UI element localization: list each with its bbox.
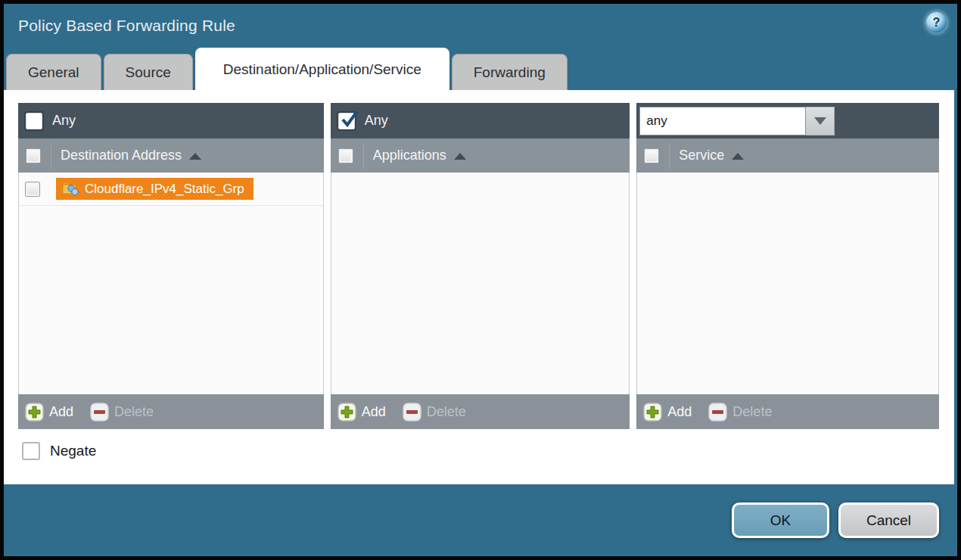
- tab-general[interactable]: General: [6, 54, 101, 90]
- delete-minus-icon: [90, 403, 109, 422]
- service-select-all-checkbox[interactable]: [644, 148, 659, 163]
- applications-list: [331, 173, 630, 394]
- destination-header-label: Destination Address: [61, 148, 182, 163]
- tab-destination-application-service[interactable]: Destination/Application/Service: [195, 48, 449, 90]
- sort-ascending-icon: [732, 153, 744, 160]
- sort-ascending-icon: [454, 153, 466, 160]
- applications-column: Any Applications: [331, 103, 630, 429]
- destination-toolbar: Add Delete: [18, 394, 324, 429]
- service-type-dropdown[interactable]: any: [639, 107, 835, 135]
- service-header-label: Service: [679, 148, 724, 163]
- service-column: any Service: [636, 103, 939, 429]
- destination-any-bar: Any: [18, 103, 324, 138]
- applications-any-checkbox[interactable]: [338, 113, 355, 129]
- applications-any-bar: Any: [331, 103, 630, 138]
- destination-any-label: Any: [52, 113, 76, 129]
- destination-address-column: Any Destination Address: [18, 103, 324, 429]
- tab-content-panel: Any Destination Address: [4, 90, 954, 484]
- destination-select-all-checkbox[interactable]: [26, 148, 41, 163]
- applications-select-all-checkbox[interactable]: [338, 148, 353, 163]
- policy-based-forwarding-dialog: Policy Based Forwarding Rule ? General S…: [0, 0, 961, 560]
- add-plus-icon: [643, 403, 662, 422]
- dialog-titlebar: Policy Based Forwarding Rule ?: [4, 4, 957, 48]
- destination-any-checkbox[interactable]: [26, 113, 42, 129]
- destination-list-item[interactable]: Cloudflare_IPv4_Static_Grp: [19, 173, 323, 206]
- negate-label: Negate: [50, 443, 96, 459]
- applications-delete-button: Delete: [403, 403, 466, 422]
- service-add-button[interactable]: Add: [643, 403, 692, 422]
- tab-source[interactable]: Source: [104, 54, 193, 90]
- service-delete-button: Delete: [708, 403, 772, 422]
- applications-add-button[interactable]: Add: [337, 403, 386, 422]
- destination-item-checkbox[interactable]: [25, 182, 40, 197]
- tab-forwarding[interactable]: Forwarding: [452, 54, 568, 90]
- ok-button[interactable]: OK: [732, 502, 829, 538]
- destination-item-name: Cloudflare_IPv4_Static_Grp: [85, 182, 244, 197]
- tab-bar: General Source Destination/Application/S…: [4, 48, 957, 90]
- help-icon[interactable]: ?: [926, 12, 947, 33]
- applications-any-label: Any: [365, 113, 388, 129]
- destination-item-selection[interactable]: Cloudflare_IPv4_Static_Grp: [56, 178, 253, 200]
- service-type-value[interactable]: any: [639, 107, 806, 135]
- destination-add-button[interactable]: Add: [25, 403, 73, 422]
- dialog-footer: OK Cancel: [4, 484, 957, 556]
- service-column-header[interactable]: Service: [636, 138, 939, 173]
- dropdown-button[interactable]: [806, 107, 835, 135]
- applications-header-label: Applications: [373, 148, 446, 163]
- address-group-icon: [62, 182, 79, 196]
- destination-column-header[interactable]: Destination Address: [18, 138, 324, 173]
- service-toolbar: Add Delete: [636, 394, 939, 429]
- add-plus-icon: [25, 403, 44, 422]
- cancel-button[interactable]: Cancel: [838, 502, 939, 538]
- delete-minus-icon: [708, 403, 727, 422]
- applications-column-header[interactable]: Applications: [331, 138, 630, 173]
- chevron-down-icon: [814, 117, 826, 125]
- negate-checkbox[interactable]: [22, 442, 40, 460]
- applications-toolbar: Add Delete: [331, 394, 630, 429]
- dialog-title: Policy Based Forwarding Rule: [18, 17, 235, 35]
- add-plus-icon: [337, 403, 356, 422]
- destination-list: Cloudflare_IPv4_Static_Grp: [18, 173, 324, 394]
- sort-ascending-icon: [189, 153, 201, 160]
- negate-row: Negate: [18, 442, 939, 460]
- service-selector-bar: any: [636, 103, 939, 138]
- delete-minus-icon: [403, 403, 421, 422]
- destination-delete-button: Delete: [90, 403, 154, 422]
- service-list: [636, 173, 939, 394]
